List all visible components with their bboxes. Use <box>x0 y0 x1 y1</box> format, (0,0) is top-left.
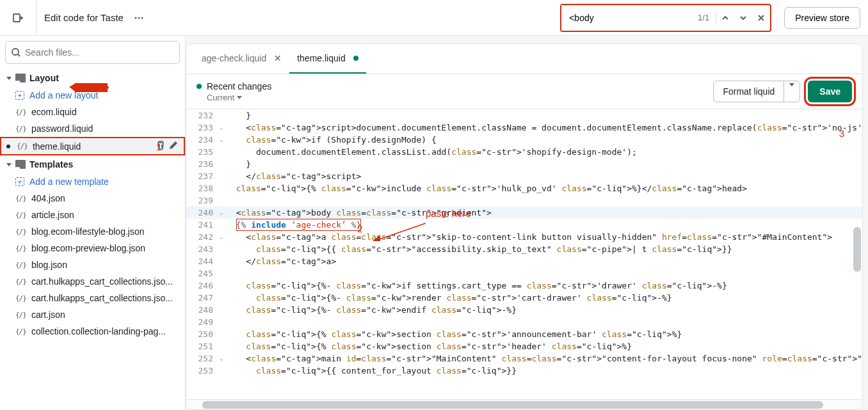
editor-tabs: age-check.liquid ✕ theme.liquid <box>186 44 862 74</box>
save-button[interactable]: Save <box>808 81 852 102</box>
file-item[interactable]: {/}blog.ecom-lifestyle-blog.json <box>0 223 185 240</box>
file-item[interactable]: {/}blog.json <box>0 256 185 273</box>
line-number: 244 <box>186 255 218 267</box>
file-item[interactable]: {/}cart.json <box>0 306 185 323</box>
code-line[interactable]: 236 } <box>186 158 862 170</box>
folder-icon <box>15 160 26 169</box>
code-line[interactable]: 237 </class="c-tag">script> <box>186 170 862 182</box>
editor-panel: age-check.liquid ✕ theme.liquid Recent c… <box>186 43 863 410</box>
code-editor[interactable]: 232 }233⌄ <class="c-tag">script>document… <box>186 109 862 399</box>
line-number: 238 <box>186 182 218 194</box>
file-item[interactable]: {/}password.liquid <box>0 120 185 137</box>
file-name: cart.json <box>31 310 65 320</box>
find-prev-icon[interactable] <box>716 9 734 27</box>
file-name: cart.hulkapps_cart_collections.jso... <box>31 276 173 287</box>
file-name: 404.json <box>31 193 65 203</box>
recent-changes[interactable]: Recent changes Current <box>197 81 271 102</box>
line-number: 242 <box>186 231 218 243</box>
liquid-file-icon: {/} <box>17 142 28 150</box>
code-line[interactable]: 244 </class="c-tag">a> <box>186 255 862 267</box>
tab-theme[interactable]: theme.liquid <box>289 44 366 74</box>
more-icon[interactable] <box>129 8 149 28</box>
code-line[interactable]: 232 } <box>186 109 862 122</box>
delete-icon[interactable] <box>156 140 166 152</box>
preview-store-button[interactable]: Preview store <box>784 7 860 29</box>
format-dropdown[interactable] <box>784 81 800 102</box>
code-line[interactable]: 248 class="c-liq">{%- class="c-kw">endif… <box>186 304 862 316</box>
close-icon[interactable]: ✕ <box>274 53 282 63</box>
svg-point-4 <box>12 49 19 55</box>
fold-icon <box>218 267 225 280</box>
file-item[interactable]: {/}ecom.liquid <box>0 104 185 120</box>
add-icon: + <box>15 91 24 100</box>
file-item[interactable]: {/}article.json <box>0 207 185 223</box>
line-number: 237 <box>186 170 218 182</box>
code-line[interactable]: 245 <box>186 267 862 280</box>
file-name: blog.ecom-preview-blog.json <box>31 243 145 253</box>
line-number: 245 <box>186 267 218 280</box>
code-line[interactable]: 240⌄ <class="c-tag">body class=class="c-… <box>186 207 862 219</box>
fold-icon <box>218 292 225 304</box>
code-line[interactable]: 235 document.documentElement.classList.a… <box>186 146 862 158</box>
code-line[interactable]: 247 class="c-liq">{%- class="c-kw">rende… <box>186 292 862 304</box>
add-icon: + <box>15 177 24 186</box>
line-number: 234 <box>186 134 218 146</box>
tree-group-layout[interactable]: Layout <box>0 69 185 87</box>
code-line[interactable]: 249 <box>186 316 862 328</box>
code-line[interactable]: 250 class="c-liq">{% class="c-kw">sectio… <box>186 328 862 340</box>
find-input[interactable] <box>561 5 691 31</box>
code-line[interactable]: 238 class="c-liq">{% class="c-kw">includ… <box>186 182 862 194</box>
add-new-layout[interactable]: + Add a new layout <box>0 87 185 104</box>
chevron-down-icon <box>237 96 242 99</box>
svg-point-1 <box>134 17 136 19</box>
add-new-template[interactable]: + Add a new template <box>0 173 185 190</box>
fold-icon <box>218 340 225 352</box>
fold-icon <box>218 109 225 122</box>
line-number: 253 <box>186 365 218 377</box>
code-line[interactable]: 251 class="c-liq">{% class="c-kw">sectio… <box>186 340 862 352</box>
file-sidebar: Layout + Add a new layout {/}ecom.liquid… <box>0 36 186 410</box>
line-number: 239 <box>186 194 218 207</box>
code-line[interactable]: 239 <box>186 194 862 207</box>
back-icon[interactable] <box>8 8 28 28</box>
code-line[interactable]: 234⌄ class="c-kw">if (Shopify.designMode… <box>186 134 862 146</box>
scrollbar-horizontal[interactable] <box>186 399 862 409</box>
scrollbar-vertical[interactable] <box>853 227 861 272</box>
search-files-box[interactable] <box>5 41 180 64</box>
find-next-icon[interactable] <box>734 9 752 27</box>
fold-icon[interactable]: ⌄ <box>218 207 225 219</box>
file-item[interactable]: {/}collection.collection-landing-pag... <box>0 323 185 340</box>
file-item[interactable]: {/}cart.hulkapps_cart_collections.jso... <box>0 290 185 306</box>
fold-icon <box>218 280 225 292</box>
fold-icon <box>218 182 225 194</box>
scrollbar-thumb[interactable] <box>202 401 823 409</box>
json-file-icon: {/} <box>15 228 26 236</box>
format-liquid-button[interactable]: Format liquid <box>713 81 800 102</box>
liquid-file-icon: {/} <box>15 108 26 116</box>
find-close-icon[interactable] <box>752 9 770 27</box>
code-line[interactable]: 233⌄ <class="c-tag">script>document.docu… <box>186 122 862 134</box>
fold-icon[interactable]: ⌄ <box>218 134 225 146</box>
fold-icon[interactable]: ⌄ <box>218 352 225 365</box>
fold-icon[interactable]: ⌄ <box>218 231 225 243</box>
code-line[interactable]: 242⌄ <class="c-tag">a class=class="c-str… <box>186 231 862 243</box>
code-line[interactable]: 253 class="c-liq">{{ content_for_layout … <box>186 365 862 377</box>
file-name: blog.ecom-lifestyle-blog.json <box>31 226 145 237</box>
fold-icon[interactable]: ⌄ <box>218 122 225 134</box>
file-item[interactable]: {/}cart.hulkapps_cart_collections.jso... <box>0 273 185 290</box>
edit-icon[interactable] <box>168 140 179 152</box>
line-number: 252 <box>186 352 218 365</box>
file-item[interactable]: {/}theme.liquid <box>0 137 185 155</box>
code-line[interactable]: 246 class="c-liq">{%- class="c-kw">if se… <box>186 280 862 292</box>
code-line[interactable]: 243 class="c-liq">{{ class="c-str">"acce… <box>186 243 862 255</box>
code-line[interactable]: 241 {% include ‘age-check’ %} <box>186 219 862 231</box>
file-item[interactable]: {/}404.json <box>0 190 185 207</box>
code-line[interactable]: 252⌄ <class="c-tag">main id=class="c-str… <box>186 352 862 365</box>
line-number: 243 <box>186 243 218 255</box>
tab-age-check[interactable]: age-check.liquid ✕ <box>194 44 289 74</box>
svg-point-2 <box>138 17 140 19</box>
file-name: cart.hulkapps_cart_collections.jso... <box>31 293 173 303</box>
file-item[interactable]: {/}blog.ecom-preview-blog.json <box>0 240 185 256</box>
search-input[interactable] <box>25 47 174 58</box>
tree-group-templates[interactable]: Templates <box>0 155 185 173</box>
